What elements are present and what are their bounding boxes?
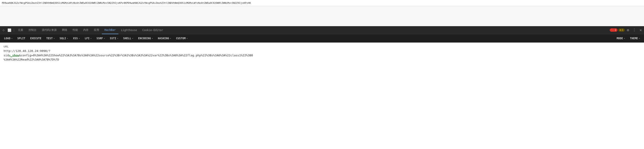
more-icon[interactable]: ⋮ [631, 27, 637, 33]
dropdown-arrow-hashing: ▾ [170, 37, 171, 40]
hackbar-toolbar: LOAD ▾SPLITEXECUTETEST ▾SQLI ▾XSS ▾LFI ▾… [0, 34, 644, 43]
toolbar-btn-theme[interactable]: THEME ▾ [628, 36, 642, 41]
devtools-tab-application[interactable]: 应用 [91, 26, 102, 34]
toolbar-btn-shell[interactable]: SHELL ▾ [121, 36, 136, 41]
dropdown-arrow-encoding: ▾ [152, 37, 153, 40]
toolbar-btn-mode[interactable]: MODE ▾ [614, 36, 627, 41]
inspect-icon[interactable]: ⊹ [1, 28, 6, 32]
devtools-tab-performance[interactable]: 性能 [70, 26, 80, 34]
toolbar-btn-custom[interactable]: CUSTOM ▾ [174, 36, 190, 41]
toolbar-btn-split[interactable]: SPLIT [15, 36, 28, 41]
toolbar-btn-execute[interactable]: EXECUTE [28, 36, 44, 41]
dropdown-arrow-custom: ▾ [186, 37, 188, 40]
url-line1: http://120.48.128.24:9090/? [4, 49, 50, 53]
devtools-tab-network[interactable]: 网络 [59, 26, 70, 34]
devtools-tab-console[interactable]: 控制台 [26, 26, 39, 34]
tab-separator-1: | [12, 28, 15, 32]
toolbar-btn-test[interactable]: TEST ▾ [44, 36, 57, 41]
toolbar-btn-sqli[interactable]: SQLI ▾ [57, 36, 70, 41]
error-count: 1 [615, 29, 616, 32]
dropdown-arrow-shell: ▾ [132, 37, 133, 40]
devtools-tab-sources[interactable]: 源代码/来源 [39, 26, 59, 34]
warning-count: 1 [622, 29, 624, 32]
dropdown-arrow-theme: ▾ [639, 37, 640, 40]
devtools-tab-memory[interactable]: 内存 [80, 26, 91, 34]
url-line3: %3A4%3A%22Read%22%3A0%3A7B%7D%7D [4, 58, 59, 61]
devtools-right-controls: 🚫 1 ⊟ 1 ⚙ ⋮ ✕ [610, 27, 643, 33]
devtools-tab-cookie-editor[interactable]: Cookie-Editor [140, 26, 166, 34]
close-icon[interactable]: ✕ [638, 27, 643, 33]
url-line2-prefix: sid [4, 54, 9, 57]
toolbar-btn-ssrf[interactable]: SSRF ▾ [94, 36, 107, 41]
warning-badge[interactable]: ⊟ 1 [618, 28, 624, 32]
dropdown-arrow-lfi: ▾ [90, 37, 92, 40]
toolbar-btn-ssti[interactable]: SSTI ▾ [108, 36, 120, 41]
hash-text: PD9waHAKJGZsYWcgPSAiZmxhZ3tlINDVhNmQ3OS1… [2, 2, 251, 5]
settings-icon[interactable]: ⚙ [626, 27, 630, 33]
toolbar-btn-load[interactable]: LOAD ▾ [2, 36, 14, 41]
url-line2-suffix: &config=0%3A4%3A%22Show%22%3A3%3A7Bs%3A6… [19, 54, 253, 57]
dropdown-arrow-mode: ▾ [624, 37, 625, 40]
dropdown-arrow-load: ▾ [11, 37, 12, 40]
hash-bar: PD9waHAKJGZsYWcgPSAiZmxhZ3tlINDVhNmQ3OS1… [0, 0, 644, 6]
url-area: URL http://120.48.128.24:9090/? sid=_sho… [0, 43, 644, 64]
url-label: URL [4, 45, 640, 48]
toolbar-btn-encoding[interactable]: ENCODING ▾ [136, 36, 155, 41]
devtools-tab-elements[interactable]: 元素 [15, 26, 26, 34]
dropdown-arrow-ssti: ▾ [117, 37, 118, 40]
url-highlight: =_show [9, 54, 19, 57]
devtools-tabbar: ⊹ ⬜ | 元素控制台源代码/来源网络性能内存应用HackBarLighthou… [0, 26, 644, 34]
toolbar-btn-hashing[interactable]: HASHING ▾ [156, 36, 173, 41]
toolbar-btn-lfi[interactable]: LFI ▾ [82, 36, 94, 41]
warning-icon: ⊟ [620, 29, 621, 32]
devtools-tab-hackbar[interactable]: HackBar [102, 26, 118, 34]
error-badge[interactable]: 🚫 1 [610, 28, 618, 32]
toolbar-btn-xss[interactable]: XSS ▾ [71, 36, 82, 41]
dropdown-arrow-xss: ▾ [78, 37, 80, 40]
content-spacer [0, 6, 644, 26]
dropdown-arrow-sqli: ▾ [67, 37, 68, 40]
dropdown-arrow-ssrf: ▾ [104, 37, 105, 40]
error-icon: 🚫 [611, 29, 614, 32]
device-icon[interactable]: ⬜ [6, 28, 12, 32]
dropdown-arrow-test: ▾ [54, 37, 55, 40]
devtools-tab-lighthouse[interactable]: Lighthouse [118, 26, 140, 34]
url-text: http://120.48.128.24:9090/? sid=_show&co… [4, 49, 640, 62]
